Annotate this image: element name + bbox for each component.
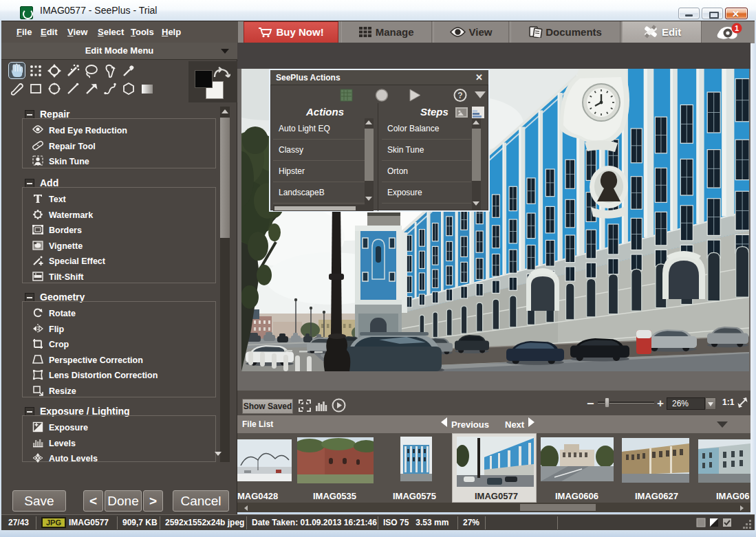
svg-text:1: 1 bbox=[735, 24, 739, 32]
svg-text:?: ? bbox=[457, 91, 462, 100]
